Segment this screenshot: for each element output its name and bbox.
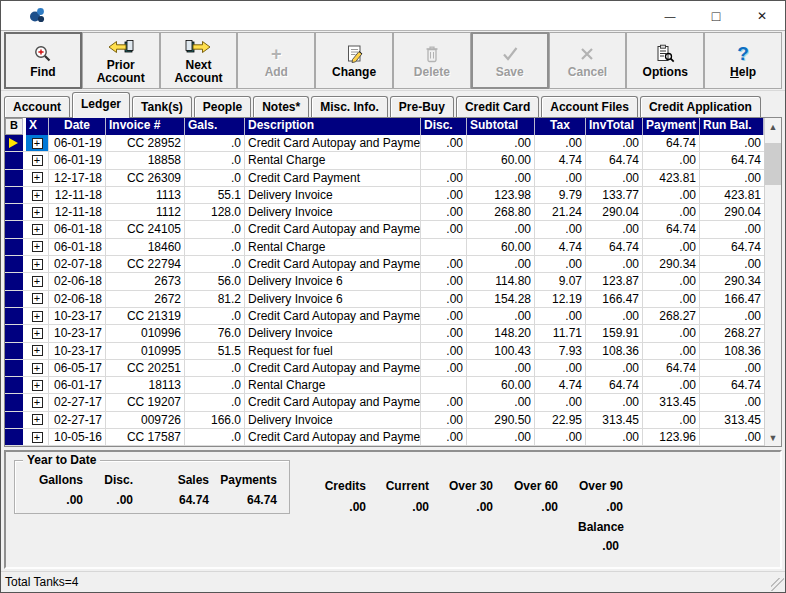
expand-plus-icon[interactable]: + xyxy=(32,155,43,166)
scrollbar-thumb[interactable] xyxy=(765,143,781,185)
cell-subtotal: .00 xyxy=(467,170,535,186)
expand-plus-icon[interactable]: + xyxy=(32,345,43,356)
table-row[interactable]: +02-27-17CC 19207.0Credit Card Autopay a… xyxy=(5,394,764,411)
table-row[interactable]: +06-01-19CC 28952.0Credit Card Autopay a… xyxy=(5,135,764,152)
expand-plus-icon[interactable]: + xyxy=(32,293,43,304)
expand-plus-icon[interactable]: + xyxy=(32,311,43,322)
title-bar: — □ ✕ xyxy=(1,1,785,31)
table-row[interactable]: +06-01-1918858.0Rental Charge60.004.7464… xyxy=(5,152,764,169)
table-row[interactable]: +02-06-18267281.2Delivery Invoice 6.0015… xyxy=(5,291,764,308)
expand-plus-icon[interactable]: + xyxy=(32,138,43,149)
table-row[interactable]: +10-05-16CC 17587.0Credit Card Autopay a… xyxy=(5,429,764,446)
expand-plus-icon[interactable]: + xyxy=(32,224,43,235)
next-account-button[interactable]: Next Account xyxy=(160,32,238,89)
table-row[interactable]: +10-23-1701099676.0Delivery Invoice.0014… xyxy=(5,325,764,342)
table-row[interactable]: +10-23-1701099551.5Request for fuel.0010… xyxy=(5,343,764,360)
hand-pointing-right-icon xyxy=(185,36,211,58)
table-row[interactable]: +06-01-1718113.0Rental Charge60.004.7464… xyxy=(5,377,764,394)
cell-description: Delivery Invoice xyxy=(245,412,421,428)
table-row[interactable]: +12-17-18CC 26309.0Credit Card Payment.0… xyxy=(5,170,764,187)
table-row[interactable]: +06-05-17CC 20251.0Credit Card Autopay a… xyxy=(5,360,764,377)
cell-payment: .00 xyxy=(643,325,700,341)
hand-pointing-left-icon xyxy=(108,36,134,58)
table-row[interactable]: +12-11-18111355.1Delivery Invoice.00123.… xyxy=(5,187,764,204)
cell-invtotal: .00 xyxy=(586,394,643,410)
cell-tax: 12.19 xyxy=(535,291,586,307)
options-button[interactable]: Options xyxy=(626,32,704,89)
cell-description: Rental Charge xyxy=(245,239,421,255)
aging-field-credits: Credits.00 xyxy=(296,479,366,514)
cell-runbal: 268.27 xyxy=(700,325,764,341)
cell-gals: .0 xyxy=(185,135,245,151)
resize-grip-icon[interactable] xyxy=(771,578,784,591)
expand-plus-icon[interactable]: + xyxy=(32,207,43,218)
cell-subtotal: .00 xyxy=(467,221,535,237)
minimize-button[interactable]: — xyxy=(647,1,693,30)
table-row[interactable]: +10-23-17CC 21319.0Credit Card Autopay a… xyxy=(5,308,764,325)
close-button[interactable]: ✕ xyxy=(739,1,785,30)
cell-runbal: .00 xyxy=(700,308,764,324)
tab-account-files[interactable]: Account Files xyxy=(541,96,638,117)
maximize-button[interactable]: □ xyxy=(693,1,739,30)
scroll-down-icon[interactable]: ▼ xyxy=(765,429,781,446)
options-list-magnifier-icon xyxy=(654,43,676,65)
expand-plus-icon[interactable]: + xyxy=(32,380,43,391)
cell-payment: 268.27 xyxy=(643,308,700,324)
table-row[interactable]: +06-01-18CC 24105.0Credit Card Autopay a… xyxy=(5,221,764,238)
tab-credit-card[interactable]: Credit Card xyxy=(456,96,539,117)
expand-plus-icon[interactable]: + xyxy=(32,259,43,270)
cell-subtotal: 154.28 xyxy=(467,291,535,307)
tab-notes[interactable]: Notes* xyxy=(253,96,309,117)
cell-gals: 81.2 xyxy=(185,291,245,307)
tab-tank-s[interactable]: Tank(s) xyxy=(132,96,192,117)
column-header-b: B xyxy=(5,118,23,135)
vertical-scrollbar[interactable]: ▲ ▼ xyxy=(764,118,781,446)
cell-invoice: CC 28952 xyxy=(106,135,185,151)
table-row[interactable]: +02-07-18CC 22794.0Credit Card Autopay a… xyxy=(5,256,764,273)
tab-misc-info[interactable]: Misc. Info. xyxy=(311,96,388,117)
cell-gals: 56.0 xyxy=(185,273,245,289)
delete-button-label: Delete xyxy=(414,66,450,79)
expand-plus-icon[interactable]: + xyxy=(32,172,43,183)
expand-plus-icon[interactable]: + xyxy=(32,432,43,443)
expand-cell: + xyxy=(26,360,49,376)
tab-ledger[interactable]: Ledger xyxy=(72,92,130,118)
cell-payment: 313.45 xyxy=(643,394,700,410)
expand-plus-icon[interactable]: + xyxy=(32,397,43,408)
trash-icon xyxy=(422,43,442,65)
expand-plus-icon[interactable]: + xyxy=(32,414,43,425)
column-header-invtotal: InvTotal xyxy=(586,118,643,135)
expand-plus-icon[interactable]: + xyxy=(32,276,43,287)
scrollbar-track[interactable] xyxy=(765,135,781,429)
cell-description: Request for fuel xyxy=(245,343,421,359)
cell-payment: .00 xyxy=(643,291,700,307)
cell-payment: .00 xyxy=(643,412,700,428)
cell-date: 06-01-18 xyxy=(49,239,106,255)
table-row[interactable]: +02-27-17009726166.0Delivery Invoice.002… xyxy=(5,412,764,429)
tab-credit-application[interactable]: Credit Application xyxy=(640,96,761,117)
cell-invoice: CC 19207 xyxy=(106,394,185,410)
column-header-subtotal: Subtotal xyxy=(467,118,535,135)
scroll-up-icon[interactable]: ▲ xyxy=(765,118,781,135)
prior-account-button[interactable]: Prior Account xyxy=(82,32,160,89)
change-button[interactable]: Change xyxy=(315,32,393,89)
expand-plus-icon[interactable]: + xyxy=(32,363,43,374)
tab-pre-buy[interactable]: Pre-Buy xyxy=(390,96,454,117)
table-row[interactable]: +12-11-181112128.0Delivery Invoice.00268… xyxy=(5,204,764,221)
help-button[interactable]: ? Help xyxy=(704,32,782,89)
cell-subtotal: 290.50 xyxy=(467,412,535,428)
cell-gals: .0 xyxy=(185,170,245,186)
cell-subtotal: .00 xyxy=(467,308,535,324)
balance-value: .00 xyxy=(549,539,619,553)
table-row[interactable]: +06-01-1818460.0Rental Charge60.004.7464… xyxy=(5,239,764,256)
expand-plus-icon[interactable]: + xyxy=(32,241,43,252)
tab-account[interactable]: Account xyxy=(4,96,70,117)
find-button[interactable]: Find xyxy=(4,32,82,89)
cell-description: Delivery Invoice 6 xyxy=(245,273,421,289)
expand-plus-icon[interactable]: + xyxy=(32,190,43,201)
cell-payment: .00 xyxy=(643,273,700,289)
tab-people[interactable]: People xyxy=(194,96,251,117)
expand-plus-icon[interactable]: + xyxy=(32,328,43,339)
cell-gals: 166.0 xyxy=(185,412,245,428)
table-row[interactable]: +02-06-18267356.0Delivery Invoice 6.0011… xyxy=(5,273,764,290)
